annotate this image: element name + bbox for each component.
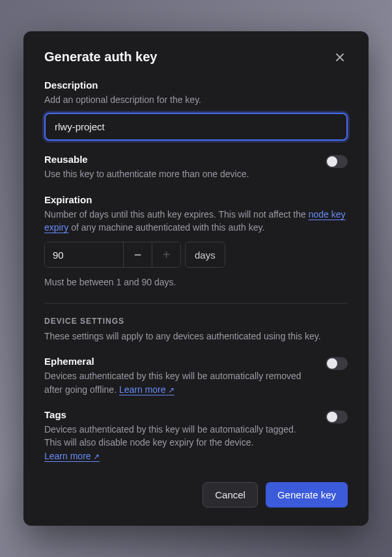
reusable-section: Reusable Use this key to authenticate mo…: [44, 154, 348, 180]
generate-auth-key-modal: Generate auth key Description Add an opt…: [23, 31, 369, 526]
modal-title: Generate auth key: [44, 50, 157, 64]
divider: [44, 303, 348, 304]
device-settings-section: DEVICE SETTINGS These settings will appl…: [44, 317, 348, 343]
expiration-increment-button[interactable]: +: [152, 242, 180, 267]
description-input[interactable]: [44, 113, 348, 141]
expiration-decrement-button[interactable]: −: [123, 242, 152, 267]
device-settings-help: These settings will apply to any devices…: [44, 330, 348, 343]
modal-footer: Cancel Generate key: [44, 482, 348, 507]
expiration-section: Expiration Number of days until this aut…: [44, 194, 348, 288]
reusable-toggle[interactable]: [326, 155, 348, 168]
toggle-knob: [327, 358, 337, 369]
expiration-unit: days: [185, 242, 225, 268]
generate-key-button[interactable]: Generate key: [266, 482, 348, 507]
description-help: Add an optional description for the key.: [44, 93, 348, 106]
ephemeral-help: Devices authenticated by this key will b…: [44, 369, 313, 396]
close-button[interactable]: [332, 50, 348, 65]
toggle-knob: [327, 156, 337, 167]
expiration-stepper-row: − + days: [44, 242, 348, 268]
expiration-constraint: Must be between 1 and 90 days.: [44, 277, 348, 287]
reusable-help: Use this key to authenticate more than o…: [44, 167, 313, 180]
tags-label: Tags: [44, 409, 313, 420]
plus-icon: +: [163, 248, 171, 263]
tags-help: Devices authenticated by this key will b…: [44, 423, 313, 463]
reusable-label: Reusable: [44, 154, 313, 165]
toggle-knob: [327, 412, 337, 422]
ephemeral-section: Ephemeral Devices authenticated by this …: [44, 356, 348, 396]
close-icon: [335, 52, 345, 63]
expiration-label: Expiration: [44, 194, 348, 205]
modal-header: Generate auth key: [44, 50, 348, 65]
ephemeral-label: Ephemeral: [44, 356, 313, 367]
tags-toggle[interactable]: [326, 410, 348, 423]
description-section: Description Add an optional description …: [44, 79, 348, 141]
expiration-stepper: − +: [44, 242, 181, 268]
description-label: Description: [44, 79, 348, 91]
expiration-help: Number of days until this auth key expir…: [44, 208, 348, 235]
cancel-button[interactable]: Cancel: [203, 482, 258, 507]
tags-section: Tags Devices authenticated by this key w…: [44, 409, 348, 463]
ephemeral-toggle[interactable]: [326, 357, 348, 370]
tags-learn-more-link[interactable]: Learn more: [44, 451, 100, 461]
expiration-input[interactable]: [45, 242, 123, 267]
minus-icon: −: [134, 248, 142, 263]
ephemeral-learn-more-link[interactable]: Learn more: [119, 384, 175, 395]
device-settings-heading: DEVICE SETTINGS: [44, 317, 348, 326]
